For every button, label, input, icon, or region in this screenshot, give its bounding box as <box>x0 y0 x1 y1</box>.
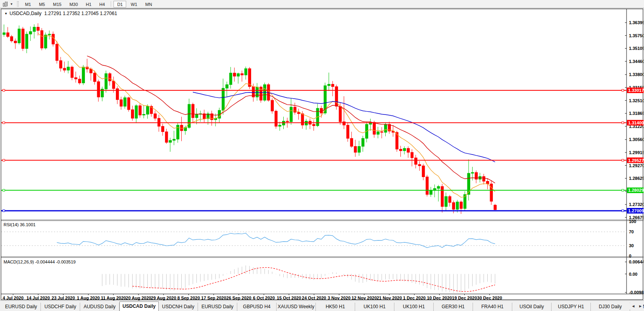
candle-body <box>361 138 364 146</box>
candle-body <box>384 124 387 132</box>
line-drag-handle[interactable] <box>622 189 624 191</box>
date-tick-label: 20 Aug 2020 <box>126 296 151 300</box>
line-drag-handle[interactable] <box>3 122 5 124</box>
price-tick-label: 1.30560 <box>629 137 644 142</box>
tab-eurusd-daily[interactable]: EURUSD Daily <box>198 303 237 311</box>
candle-body <box>158 118 160 126</box>
date-tick-label: 23 Jul 2020 <box>52 296 75 300</box>
rsi-axis-label: 70 <box>629 229 634 234</box>
candle-body <box>52 34 55 44</box>
tab-uk100-h1[interactable]: UK100 H1 <box>394 303 434 311</box>
candle-body <box>294 107 296 112</box>
candle-body <box>37 27 40 31</box>
tabs-scroll-left-icon[interactable]: ◄ <box>631 303 636 309</box>
candle-body <box>14 41 17 43</box>
candle-body <box>475 172 478 179</box>
candle-body <box>161 126 164 132</box>
candle-body <box>3 33 6 35</box>
timeframe-button-m5[interactable]: M5 <box>35 1 48 8</box>
symbol-tab-bar: EURUSD DailyUSDCHF DailyAUDUSD DailyUSDC… <box>0 300 644 311</box>
candle-body <box>120 100 123 107</box>
rsi-axis-label: 100 <box>629 219 636 224</box>
price-level-label: 1.33017 <box>628 88 644 93</box>
candle-body <box>471 172 474 173</box>
candle-body <box>343 122 346 125</box>
tab-gbpusd-h4[interactable]: GBPUSD H4 <box>237 303 277 311</box>
toolbar-grip-handle[interactable] <box>17 1 19 7</box>
candle-body <box>7 33 10 37</box>
line-drag-handle[interactable] <box>3 189 5 191</box>
candle-body <box>131 110 134 118</box>
tab-usdcad-daily[interactable]: USDCAD Daily <box>119 301 159 311</box>
date-tick-label: 1 Dec 2020 <box>403 296 426 300</box>
tab-fra40-h1[interactable]: FRA40 H1 <box>473 303 512 311</box>
tab-hk50-h1[interactable]: HK50 H1 <box>316 303 355 311</box>
candle-body <box>456 202 459 210</box>
date-tick-label: 3 Nov 2020 <box>328 296 350 300</box>
candle-body <box>350 138 353 146</box>
chart-type-dropdown[interactable]: ▼ <box>0 0 15 8</box>
candle-body <box>33 27 36 31</box>
tabs-scroll-right-icon[interactable]: ► <box>638 303 643 309</box>
tab-usdchf-daily[interactable]: USDCHF Daily <box>41 303 80 311</box>
candle-body <box>44 35 47 48</box>
tab-eurusd-daily[interactable]: EURUSD Daily <box>2 303 41 311</box>
collapse-triangle-icon[interactable]: ▼ <box>4 12 8 15</box>
candle-body <box>124 97 127 106</box>
candle-body <box>301 114 304 125</box>
price-tick-label: 1.33800 <box>629 72 644 77</box>
tab-dj30-daily[interactable]: DJ30 Daily <box>591 303 630 311</box>
line-drag-handle[interactable] <box>622 122 624 124</box>
candle-body <box>63 68 66 70</box>
macd-axis-label: -0.009871 <box>629 290 644 295</box>
timeframe-button-d1[interactable]: D1 <box>113 1 126 8</box>
date-tick-label: 10 Dec 2020 <box>427 296 452 300</box>
line-drag-handle[interactable] <box>3 159 5 161</box>
rsi-indicator-label: RSI(14) 36.1001 <box>4 222 36 227</box>
tab-usoil-daily[interactable]: USOil Daily <box>512 303 552 311</box>
candle-body <box>112 81 115 88</box>
tab-usdjpy-h1[interactable]: USDJPY H1 <box>552 303 591 311</box>
line-drag-handle[interactable] <box>622 210 624 212</box>
timeframe-button-m1[interactable]: M1 <box>21 1 35 8</box>
price-tick-label: 1.35105 <box>629 46 644 51</box>
timeframe-button-h1[interactable]: H1 <box>82 1 95 8</box>
chart-window[interactable]: 1.363951.357501.351051.344601.338001.331… <box>1 9 643 300</box>
candle-body <box>226 85 229 88</box>
line-drag-handle[interactable] <box>3 89 5 91</box>
candle-body <box>494 205 497 210</box>
timeframe-button-m15[interactable]: M15 <box>49 1 65 8</box>
chart-canvas[interactable]: 1.363951.357501.351051.344601.338001.331… <box>1 9 644 300</box>
price-tick-label: 1.32510 <box>629 98 644 103</box>
candle-body <box>381 132 383 133</box>
candle-body <box>177 125 179 139</box>
line-drag-handle[interactable] <box>3 210 5 212</box>
timeframe-button-h4[interactable]: H4 <box>96 1 108 8</box>
date-tick-label: 19 Dec 2020 <box>452 296 477 300</box>
line-drag-handle[interactable] <box>622 89 624 91</box>
candle-body <box>233 73 236 76</box>
macd-axis-label: 0.00 <box>629 272 637 277</box>
candle-body <box>452 202 455 209</box>
timeframe-button-mn[interactable]: MN <box>142 1 156 8</box>
timeframe-button-m30[interactable]: M30 <box>66 1 81 8</box>
line-drag-handle[interactable] <box>622 159 624 161</box>
candle-body <box>154 114 157 118</box>
candle-body <box>286 121 289 122</box>
date-tick-label: 21 Nov 2020 <box>377 296 402 300</box>
date-tick-label: 11 Aug 2020 <box>101 296 126 300</box>
timeframe-button-w1[interactable]: W1 <box>127 1 141 8</box>
tab-uk100-h1[interactable]: UK100 H1 <box>355 303 394 311</box>
candle-body <box>82 67 85 83</box>
date-tick-label: 12 Nov 2020 <box>352 296 377 300</box>
candle-body <box>430 191 433 195</box>
candle-body <box>275 111 277 126</box>
chart-ohlc-values: 1.27291 1.27352 1.27045 1.27061 <box>44 11 117 16</box>
date-tick-label: 1 Aug 2020 <box>77 296 100 300</box>
tab-ger30-h1[interactable]: GER30 H1 <box>434 303 473 311</box>
tab-audusd-daily[interactable]: AUDUSD Daily <box>80 303 119 311</box>
candle-body <box>331 84 334 87</box>
chart-symbol-label: USDCAD,Daily <box>10 11 42 16</box>
tab-usdcnh-daily[interactable]: USDCNH Daily <box>159 303 198 311</box>
tab-xauusd-weekly[interactable]: XAUUSD Weekly <box>277 303 316 311</box>
